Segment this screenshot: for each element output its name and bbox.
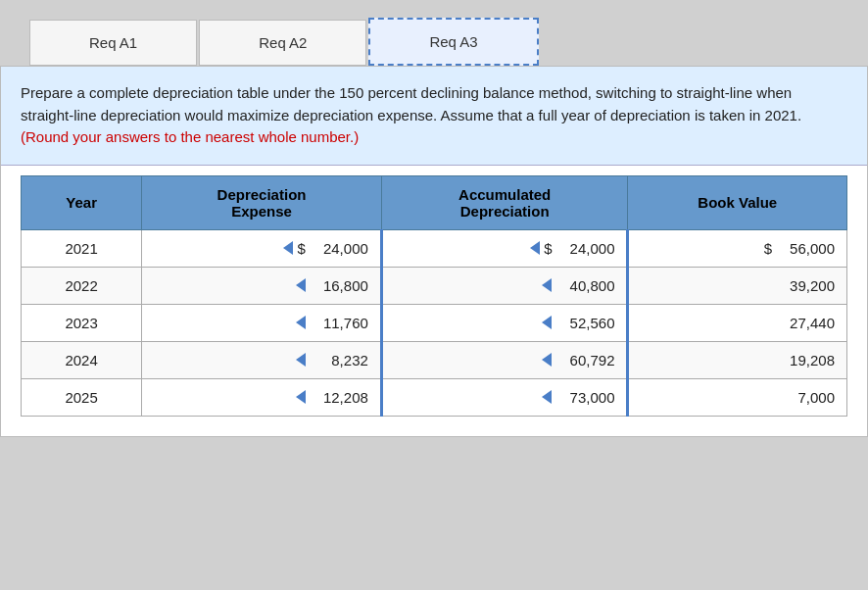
cell-year: 2021	[22, 229, 142, 267]
depreciation-table-wrapper: Year DepreciationExpense AccumulatedDepr…	[1, 166, 867, 436]
book-value-value: 27,440	[776, 315, 835, 331]
cell-acc-dep[interactable]: 40,800	[381, 267, 628, 304]
cell-year: 2025	[22, 378, 142, 416]
arrow-icon	[296, 316, 306, 329]
acc-dep-value: 52,560	[555, 315, 614, 331]
arrow-icon	[542, 353, 552, 367]
cell-dep-expense[interactable]: 12,208	[142, 378, 382, 416]
dep-expense-value: 11,760	[310, 315, 368, 331]
table-row: 202311,76052,56027,440	[22, 304, 847, 341]
arrow-icon	[296, 278, 306, 292]
instruction-text: Prepare a complete depreciation table un…	[21, 84, 801, 123]
arrow-icon	[530, 241, 540, 255]
acc-dep-value: 40,800	[555, 277, 614, 294]
book-value-value: 7,000	[776, 389, 835, 406]
book-value-value: 19,208	[776, 352, 835, 369]
arrow-icon	[296, 390, 306, 404]
cell-book-value[interactable]: 39,200	[628, 267, 847, 304]
cell-dep-expense[interactable]: 16,800	[142, 267, 382, 304]
cell-year: 2022	[22, 267, 142, 304]
col-acc-dep: AccumulatedDepreciation	[381, 175, 628, 229]
cell-book-value[interactable]: $56,000	[628, 229, 847, 267]
col-year: Year	[22, 175, 142, 229]
acc-dep-value: 24,000	[555, 240, 614, 257]
cell-acc-dep[interactable]: 52,560	[381, 304, 628, 341]
col-book-value: Book Value	[628, 175, 847, 229]
cell-acc-dep[interactable]: 60,792	[381, 341, 628, 378]
instruction-note: (Round your answers to the nearest whole…	[21, 128, 359, 145]
cell-book-value[interactable]: 7,000	[628, 378, 847, 416]
tab-req-a3[interactable]: Req A3	[368, 18, 538, 66]
cell-acc-dep[interactable]: 73,000	[381, 378, 628, 416]
cell-book-value[interactable]: 19,208	[628, 341, 847, 378]
acc-dep-value: 73,000	[555, 389, 614, 406]
dep-expense-value: 16,800	[310, 277, 368, 294]
book-value-value: 39,200	[776, 277, 835, 294]
dollar-sign: $	[297, 240, 305, 257]
table-header-row: Year DepreciationExpense AccumulatedDepr…	[22, 175, 847, 229]
instruction-box: Prepare a complete depreciation table un…	[1, 67, 867, 166]
table-row: 20248,23260,79219,208	[22, 341, 847, 378]
arrow-icon	[542, 278, 552, 292]
content-area: Prepare a complete depreciation table un…	[0, 66, 868, 437]
table-row: 202512,20873,0007,000	[22, 378, 847, 416]
arrow-icon	[283, 241, 293, 255]
dep-expense-value: 12,208	[310, 389, 368, 406]
dep-expense-value: 8,232	[310, 352, 368, 369]
cell-dep-expense[interactable]: 8,232	[142, 341, 382, 378]
arrow-icon	[296, 353, 306, 367]
col-dep-expense: DepreciationExpense	[142, 175, 382, 229]
book-value-value: 56,000	[776, 240, 835, 257]
cell-dep-expense[interactable]: $24,000	[142, 229, 382, 267]
cell-acc-dep[interactable]: $24,000	[381, 229, 628, 267]
acc-dep-value: 60,792	[555, 352, 614, 369]
arrow-icon	[542, 390, 552, 404]
dep-expense-value: 24,000	[310, 240, 368, 257]
dollar-sign: $	[544, 240, 552, 257]
tab-req-a1[interactable]: Req A1	[29, 20, 197, 66]
cell-dep-expense[interactable]: 11,760	[142, 304, 382, 341]
cell-book-value[interactable]: 27,440	[628, 304, 847, 341]
cell-year: 2023	[22, 304, 142, 341]
arrow-icon	[542, 316, 552, 329]
table-row: 202216,80040,80039,200	[22, 267, 847, 304]
table-row: 2021$24,000$24,000$56,000	[22, 229, 847, 267]
cell-year: 2024	[22, 341, 142, 378]
tab-req-a2[interactable]: Req A2	[199, 20, 366, 66]
tabs-bar: Req A1 Req A2 Req A3	[0, 18, 868, 66]
depreciation-table: Year DepreciationExpense AccumulatedDepr…	[21, 175, 847, 417]
dollar-sign: $	[764, 240, 772, 257]
